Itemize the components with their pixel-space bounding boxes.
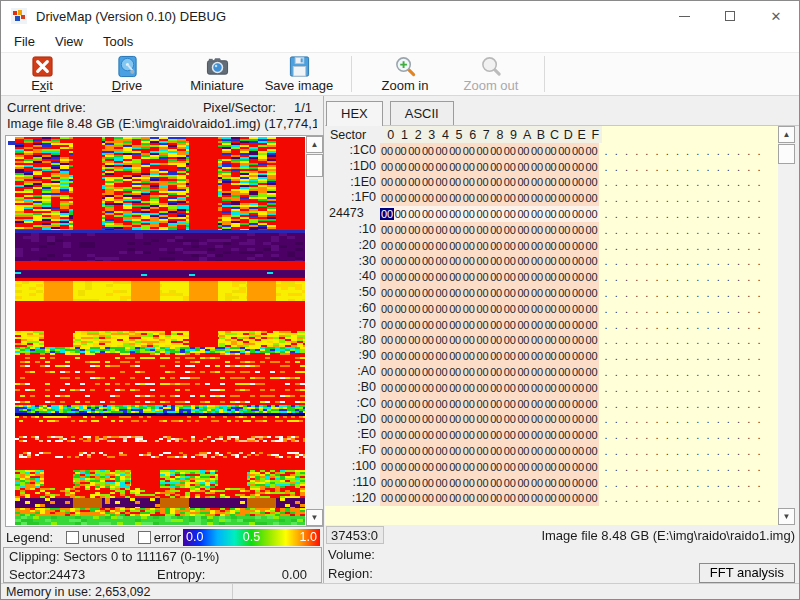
ascii-char[interactable]: .: [611, 429, 621, 441]
ascii-char[interactable]: .: [744, 145, 754, 157]
hex-byte[interactable]: 00: [462, 287, 476, 299]
ascii-char[interactable]: .: [621, 161, 631, 173]
ascii-char[interactable]: .: [611, 319, 621, 331]
hex-byte[interactable]: 00: [448, 350, 462, 362]
ascii-char[interactable]: .: [642, 255, 652, 267]
hex-byte[interactable]: 00: [489, 255, 503, 267]
ascii-char[interactable]: .: [703, 240, 713, 252]
hex-byte[interactable]: 00: [585, 366, 599, 378]
hex-byte[interactable]: 00: [557, 366, 571, 378]
ascii-char[interactable]: .: [744, 287, 754, 299]
hex-byte[interactable]: 00: [503, 429, 517, 441]
ascii-char[interactable]: .: [713, 287, 723, 299]
ascii-char[interactable]: .: [632, 398, 642, 410]
hex-byte[interactable]: 00: [489, 350, 503, 362]
hex-byte[interactable]: 00: [448, 255, 462, 267]
ascii-char[interactable]: .: [744, 240, 754, 252]
ascii-char[interactable]: .: [713, 145, 723, 157]
ascii-char[interactable]: .: [754, 350, 764, 362]
ascii-char[interactable]: .: [713, 176, 723, 188]
hex-byte[interactable]: 00: [462, 303, 476, 315]
hex-byte[interactable]: 00: [530, 176, 544, 188]
ascii-char[interactable]: .: [632, 445, 642, 457]
ascii-char[interactable]: .: [693, 224, 703, 236]
ascii-char[interactable]: .: [733, 334, 743, 346]
hex-byte[interactable]: 00: [421, 398, 435, 410]
hex-byte[interactable]: 00: [530, 192, 544, 204]
hex-byte[interactable]: 00: [544, 271, 558, 283]
ascii-char[interactable]: .: [754, 461, 764, 473]
ascii-char[interactable]: .: [713, 208, 723, 220]
ascii-char[interactable]: .: [662, 319, 672, 331]
hex-byte[interactable]: 00: [380, 477, 394, 489]
hex-byte[interactable]: 00: [530, 161, 544, 173]
ascii-char[interactable]: .: [672, 319, 682, 331]
hex-byte[interactable]: 00: [421, 445, 435, 457]
scroll-up-button[interactable]: ▲: [306, 136, 323, 153]
hex-byte[interactable]: 00: [585, 176, 599, 188]
hex-byte[interactable]: 00: [571, 382, 585, 394]
hex-byte[interactable]: 00: [544, 334, 558, 346]
hex-byte[interactable]: 00: [503, 492, 517, 504]
hex-byte[interactable]: 00: [407, 287, 421, 299]
ascii-char[interactable]: .: [632, 382, 642, 394]
ascii-char[interactable]: .: [754, 224, 764, 236]
hex-byte[interactable]: 00: [489, 366, 503, 378]
ascii-char[interactable]: .: [662, 255, 672, 267]
ascii-char[interactable]: .: [642, 145, 652, 157]
hex-byte[interactable]: 00: [530, 319, 544, 331]
hex-byte[interactable]: 00: [435, 240, 449, 252]
ascii-char[interactable]: .: [611, 176, 621, 188]
ascii-char[interactable]: .: [713, 492, 723, 504]
ascii-char[interactable]: .: [601, 334, 611, 346]
hex-byte[interactable]: 00: [544, 303, 558, 315]
ascii-char[interactable]: .: [713, 240, 723, 252]
hex-byte[interactable]: 00: [448, 429, 462, 441]
ascii-char[interactable]: .: [621, 208, 631, 220]
hex-byte[interactable]: 00: [380, 271, 394, 283]
hex-byte[interactable]: 00: [462, 192, 476, 204]
ascii-char[interactable]: .: [611, 303, 621, 315]
hex-byte[interactable]: 00: [489, 287, 503, 299]
hex-byte[interactable]: 00: [421, 240, 435, 252]
ascii-char[interactable]: .: [652, 224, 662, 236]
hex-byte[interactable]: 00: [435, 161, 449, 173]
hex-byte[interactable]: 00: [475, 145, 489, 157]
ascii-char[interactable]: .: [703, 413, 713, 425]
menu-item-file[interactable]: File: [4, 32, 45, 51]
ascii-char[interactable]: .: [754, 382, 764, 394]
ascii-char[interactable]: .: [642, 382, 652, 394]
exit-button[interactable]: Exit: [13, 54, 71, 95]
ascii-char[interactable]: .: [632, 492, 642, 504]
hex-byte[interactable]: 00: [462, 271, 476, 283]
hex-byte[interactable]: 00: [571, 240, 585, 252]
ascii-char[interactable]: .: [693, 319, 703, 331]
maximize-button[interactable]: [707, 1, 753, 31]
ascii-char[interactable]: .: [672, 208, 682, 220]
hex-byte[interactable]: 00: [530, 271, 544, 283]
hex-byte[interactable]: 00: [380, 382, 394, 394]
ascii-char[interactable]: .: [703, 382, 713, 394]
hex-byte[interactable]: 00: [475, 192, 489, 204]
hex-byte[interactable]: 00: [489, 445, 503, 457]
hex-byte[interactable]: 00: [421, 145, 435, 157]
ascii-char[interactable]: .: [723, 429, 733, 441]
hex-byte[interactable]: 00: [475, 413, 489, 425]
miniature-button[interactable]: Miniature: [179, 54, 255, 95]
ascii-char[interactable]: .: [601, 413, 611, 425]
ascii-char[interactable]: .: [621, 334, 631, 346]
ascii-char[interactable]: .: [683, 255, 693, 267]
ascii-char[interactable]: .: [723, 492, 733, 504]
ascii-char[interactable]: .: [601, 161, 611, 173]
hex-byte[interactable]: 00: [503, 350, 517, 362]
ascii-char[interactable]: .: [652, 461, 662, 473]
hex-byte[interactable]: 00: [489, 208, 503, 220]
hex-byte[interactable]: 00: [421, 429, 435, 441]
hex-byte[interactable]: 00: [421, 192, 435, 204]
scroll-up-button[interactable]: ▲: [778, 126, 795, 143]
hex-byte[interactable]: 00: [380, 161, 394, 173]
ascii-char[interactable]: .: [621, 255, 631, 267]
ascii-char[interactable]: .: [652, 366, 662, 378]
ascii-char[interactable]: .: [744, 350, 754, 362]
ascii-char[interactable]: .: [672, 398, 682, 410]
